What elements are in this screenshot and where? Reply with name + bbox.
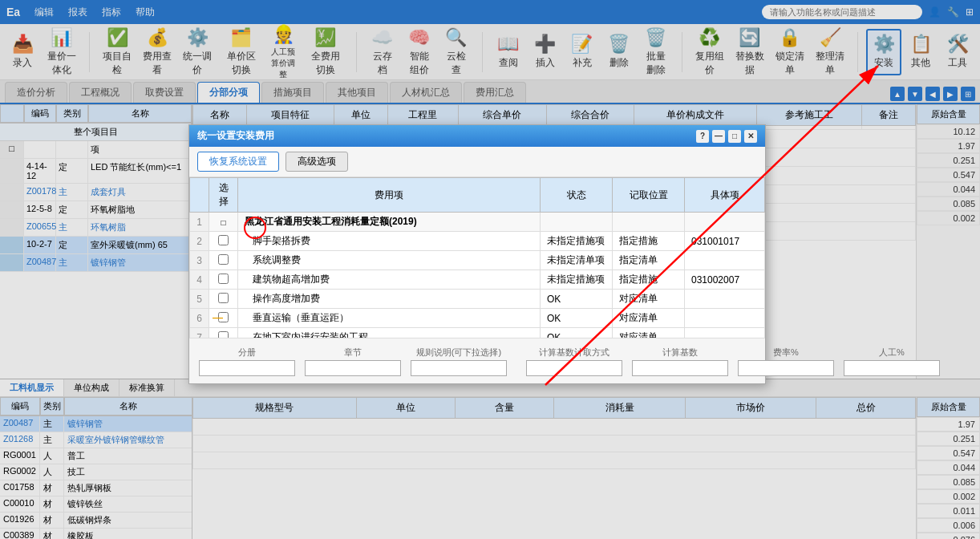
drow-5-num: 5 [190,290,209,309]
dialog-row-4[interactable]: 4 建筑物超高增加费 未指定措施项 指定措施 031002007 [190,270,765,290]
footer-item-base: 计算基数 [632,346,728,376]
drow-7-fee: 在地下室内进行安装的工程 [238,328,541,338]
drow-3-status: 未指定清单项 [541,251,613,270]
footer-item-chapter: 章节 [305,346,401,376]
drow-7-checkbox[interactable] [218,331,229,338]
drow-1-check: □ [209,213,238,232]
drow-1-num: 1 [190,213,209,232]
drow-4-fee: 建筑物超高增加费 [238,270,541,290]
footer-item-rule: 规则说明(可下拉选择) [411,346,507,376]
dialog-table: 选择 费用项 状态 记取位置 具体项 1 □ 黑龙江省通用安装工程消耗量定额(2… [189,177,765,338]
drow-2-detail: 031001017 [685,232,765,251]
drow-2-checkbox[interactable] [218,235,229,245]
drow-7-check[interactable] [209,328,238,338]
drow-4-status: 未指定措施项 [541,270,613,290]
drow-4-checkbox[interactable] [218,274,229,284]
dialog-row-6[interactable]: 6 — 垂直运输（垂直运距） OK 对应清单 [190,309,765,328]
footer-item-册: 分册 [199,346,295,376]
dialog-minimize-btn[interactable]: — [712,130,725,143]
drow-1-detail [685,213,765,232]
dialog-close-btn[interactable]: ✕ [744,130,757,143]
drow-1-fee: 黑龙江省通用安装工程消耗量定额(2019) [238,213,541,232]
footer-input-4[interactable] [632,360,728,376]
footer-label-6: 人工% [844,346,940,359]
dth-select: 选择 [209,178,238,213]
drow-5-checkbox[interactable] [218,293,229,303]
drow-3-num: 3 [190,251,209,270]
drow-1-status [541,213,613,232]
dialog-row-7[interactable]: 7 在地下室内进行安装的工程 OK 对应清单 [190,328,765,338]
dialog-tab-toolbar: 恢复系统设置 高级选项 [189,147,765,177]
footer-label-2: 规则说明(可下拉选择) [411,346,507,359]
drow-5-status: OK [541,290,613,309]
footer-label-5: 费率% [738,346,834,359]
drow-5-check[interactable] [209,290,238,309]
drow-4-location: 指定措施 [613,270,685,290]
footer-item-labor: 人工% [844,346,940,376]
dialog-help-btn[interactable]: ? [696,130,709,143]
drow-4-detail: 031002007 [685,270,765,290]
drow-6-location: 对应清单 [613,309,685,328]
drow-6-check[interactable]: — [209,309,238,328]
drow-6-status: OK [541,309,613,328]
drow-4-num: 4 [190,270,209,290]
drow-2-location: 指定措施 [613,232,685,251]
dialog-table-area: 选择 费用项 状态 记取位置 具体项 1 □ 黑龙江省通用安装工程消耗量定额(2… [189,177,765,338]
footer-input-0[interactable] [199,360,295,376]
drow-3-location: 指定清单 [613,251,685,270]
drow-2-fee: 脚手架搭拆费 [238,232,541,251]
footer-label-1: 章节 [305,346,401,359]
drow-3-fee: 系统调整费 [238,251,541,270]
dialog-row-2[interactable]: 2 脚手架搭拆费 未指定措施项 指定措施 031001017 [190,232,765,251]
dialog-title-bar: 统一设置安装费用 ? — □ ✕ [189,125,765,147]
drow-5-detail [685,290,765,309]
dth-row [190,178,209,213]
drow-6-fee: 垂直运输（垂直运距） [238,309,541,328]
footer-input-2[interactable] [411,360,507,376]
dialog-row-1[interactable]: 1 □ 黑龙江省通用安装工程消耗量定额(2019) [190,213,765,232]
footer-label-3: 计算基数计取方式 [526,346,622,359]
drow-3-check[interactable] [209,251,238,270]
drow-3-detail [685,251,765,270]
footer-label-0: 分册 [199,346,295,359]
drow-4-check[interactable] [209,270,238,290]
dialog-maximize-btn[interactable]: □ [728,130,741,143]
footer-input-1[interactable] [305,360,401,376]
drow-6-detail [685,309,765,328]
footer-label-4: 计算基数 [632,346,728,359]
dialog-title-text: 统一设置安装费用 [197,129,274,143]
dth-status: 状态 [541,178,613,213]
drow-7-detail [685,328,765,338]
footer-item-rate: 费率% [738,346,834,376]
dialog-footer: 分册 章节 规则说明(可下拉选择) 计算基数计取方式 计算基数 费率% 人工% [189,338,765,383]
footer-input-6[interactable] [844,360,940,376]
drow-1-collapse: □ [221,218,225,227]
dialog-row-3[interactable]: 3 系统调整费 未指定清单项 指定清单 [190,251,765,270]
dialog-tab-advanced[interactable]: 高级选项 [285,152,348,172]
drow-2-status: 未指定措施项 [541,232,613,251]
dth-detail: 具体项 [685,178,765,213]
drow-7-location: 对应清单 [613,328,685,338]
dialog-row-5[interactable]: 5 操作高度增加费 OK 对应清单 [190,290,765,309]
drow-7-status: OK [541,328,613,338]
dth-location: 记取位置 [613,178,685,213]
footer-item-base-method: 计算基数计取方式 [526,346,622,376]
dialog-title-buttons: ? — □ ✕ [696,130,757,143]
drow-7-num: 7 [190,328,209,338]
dialog-tab-restore[interactable]: 恢复系统设置 [197,152,279,172]
drow-5-location: 对应清单 [613,290,685,309]
drow-3-checkbox[interactable] [218,254,229,265]
drow-5-fee: 操作高度增加费 [238,290,541,309]
dth-fee: 费用项 [238,178,541,213]
install-fee-dialog: 统一设置安装费用 ? — □ ✕ 恢复系统设置 高级选项 选择 费用项 状态 记… [188,124,766,384]
drow-6-num: 6 [190,309,209,328]
drow-2-check[interactable] [209,232,238,251]
footer-input-5[interactable] [738,360,834,376]
footer-input-3[interactable] [526,360,622,376]
drow-2-num: 2 [190,232,209,251]
drow-1-location [613,213,685,232]
